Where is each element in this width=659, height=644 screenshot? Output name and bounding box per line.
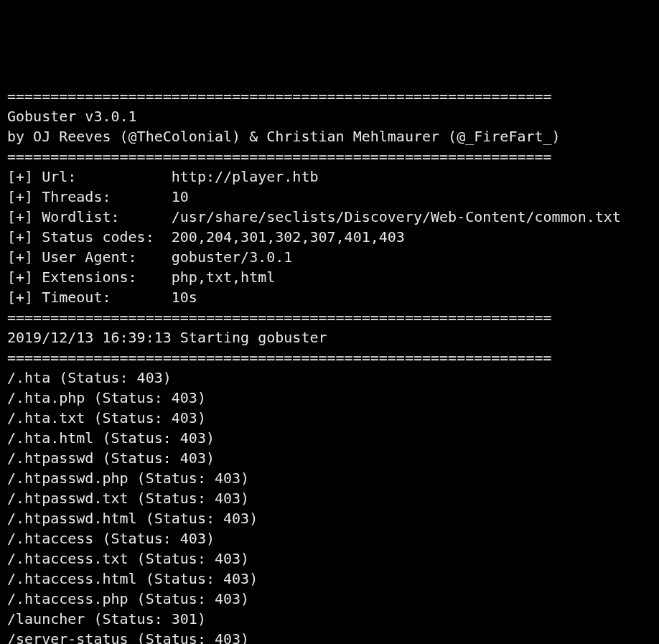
- config-row-3: [+] Status codes: 200,204,301,302,307,40…: [7, 227, 652, 247]
- config-row-0: [+] Url: http://player.htb: [7, 167, 652, 187]
- config-row-1: [+] Threads: 10: [7, 187, 652, 207]
- result-row-2: /.hta.txt (Status: 403): [7, 408, 652, 428]
- result-row-0: /.hta (Status: 403): [7, 368, 652, 388]
- result-row-9: /.htaccess.txt (Status: 403): [7, 549, 652, 569]
- result-row-7: /.htpasswd.html (Status: 403): [7, 508, 652, 528]
- gobuster-byline: by OJ Reeves (@TheColonial) & Christian …: [7, 126, 652, 146]
- result-row-13: /server-status (Status: 403): [7, 629, 652, 644]
- separator-line: ========================================…: [7, 347, 652, 368]
- config-row-5: [+] Extensions: php,txt,html: [7, 267, 652, 287]
- result-row-6: /.htpasswd.txt (Status: 403): [7, 488, 652, 508]
- result-row-11: /.htaccess.php (Status: 403): [7, 589, 652, 609]
- terminal-output[interactable]: ========================================…: [7, 86, 652, 644]
- config-row-6: [+] Timeout: 10s: [7, 287, 652, 307]
- separator-line: ========================================…: [7, 146, 652, 167]
- config-row-4: [+] User Agent: gobuster/3.0.1: [7, 247, 652, 267]
- separator-line: ========================================…: [7, 86, 652, 106]
- result-row-12: /launcher (Status: 301): [7, 609, 652, 629]
- result-row-4: /.htpasswd (Status: 403): [7, 448, 652, 468]
- separator-line: ========================================…: [7, 307, 652, 327]
- result-row-3: /.hta.html (Status: 403): [7, 428, 652, 448]
- result-row-1: /.hta.php (Status: 403): [7, 388, 652, 408]
- result-row-8: /.htaccess (Status: 403): [7, 528, 652, 549]
- start-line: 2019/12/13 16:39:13 Starting gobuster: [7, 327, 652, 347]
- result-row-5: /.htpasswd.php (Status: 403): [7, 468, 652, 488]
- config-row-2: [+] Wordlist: /usr/share/seclists/Discov…: [7, 207, 652, 227]
- gobuster-title: Gobuster v3.0.1: [7, 106, 652, 126]
- result-row-10: /.htaccess.html (Status: 403): [7, 569, 652, 589]
